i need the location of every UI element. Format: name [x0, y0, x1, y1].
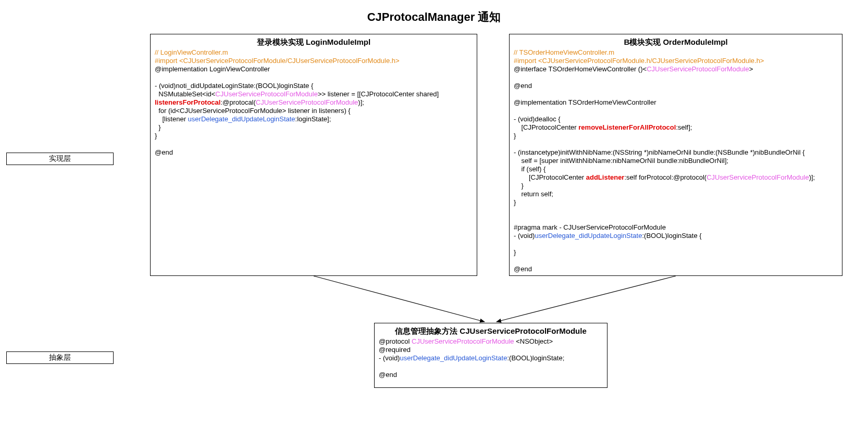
box-login-code: // LoginViewController.m #import <CJUser… — [155, 48, 473, 157]
arrow-order-to-abstract — [497, 276, 676, 322]
box-login-module-impl: 登录模块实现 LoginModuleImpl // LoginViewContr… — [150, 34, 477, 276]
box-abstract-code: @protocol CJUserServiceProtocolForModule… — [379, 337, 603, 379]
box-abstract-protocol: 信息管理抽象方法 CJUserServiceProtocolForModule … — [374, 323, 607, 388]
box-order-module-impl: B模块实现 OrderModuleImpl // TSOrderHomeView… — [509, 34, 842, 276]
arrow-login-to-abstract — [314, 276, 485, 322]
box-order-code: // TSOrderHomeViewController.m #import <… — [514, 48, 838, 273]
side-label-impl: 实现层 — [6, 153, 114, 165]
box-order-title: B模块实现 OrderModuleImpl — [514, 37, 838, 47]
side-label-abstract: 抽象层 — [6, 351, 114, 364]
box-login-title: 登录模块实现 LoginModuleImpl — [155, 37, 473, 47]
diagram-title: CJProtocalManager 通知 — [0, 9, 868, 25]
box-abstract-title: 信息管理抽象方法 CJUserServiceProtocolForModule — [379, 326, 603, 336]
